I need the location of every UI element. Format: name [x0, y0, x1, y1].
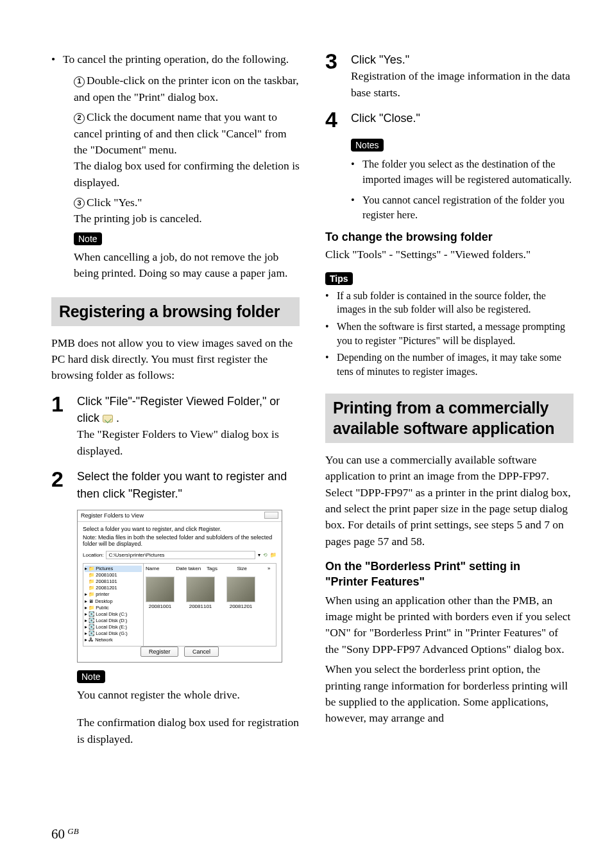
- register-folders-dialog: Register Folders to View Select a folder…: [77, 510, 282, 663]
- dropdown-icon[interactable]: ▾: [258, 552, 260, 558]
- page-footer: 60 GB: [51, 826, 79, 842]
- confirmation-text: The confirmation dialog box used for reg…: [77, 715, 300, 747]
- dialog-button-icon[interactable]: [264, 512, 278, 519]
- step3-body: Registration of the image information in…: [351, 68, 574, 101]
- step2-instruction: Select the folder you want to register a…: [77, 470, 287, 499]
- step-3: 3 Click "Yes." Registration of the image…: [325, 51, 574, 101]
- borderless-heading: On the "Borderless Print" setting in"Pri…: [325, 559, 574, 590]
- back-icon[interactable]: ⟲: [263, 552, 268, 558]
- register-button[interactable]: Register: [140, 647, 179, 657]
- notes-badge: Notes: [351, 139, 384, 152]
- circle-2-icon: 2: [74, 113, 85, 124]
- cancel-intro-text: To cancel the printing operation, do the…: [63, 51, 289, 67]
- note2-text: You cannot register the whole drive.: [77, 687, 300, 703]
- notes-block: Notes •The folder you select as the dest…: [351, 139, 574, 223]
- note-block-2: Note You cannot register the whole drive…: [77, 670, 300, 703]
- folder-tree[interactable]: ▸ 📁 Pictures 📁 20081001 📁 20081101 📁 200…: [83, 563, 144, 647]
- notes-item-1: The folder you select as the destination…: [362, 157, 574, 187]
- note-block-1: Note When cancelling a job, do not remov…: [74, 232, 300, 282]
- thumbnail-pane[interactable]: Name Date taken Tags Size » 20081001 200…: [144, 563, 276, 647]
- thumb-3[interactable]: 20081201: [226, 577, 255, 609]
- dialog-line1: Select a folder you want to register, an…: [83, 526, 276, 532]
- registering-intro: PMB does not allow you to view images sa…: [51, 335, 300, 384]
- thumb-2[interactable]: 20081101: [186, 577, 215, 609]
- borderless-p2: When you select the borderless print opt…: [325, 661, 574, 727]
- thumb-1[interactable]: 20081001: [146, 577, 174, 609]
- dialog-title: Register Folders to View: [81, 512, 144, 519]
- step-number-4: 4: [325, 110, 351, 130]
- cancel-button[interactable]: Cancel: [184, 647, 219, 657]
- change-folder-heading: To change the browsing folder: [325, 230, 574, 244]
- notes-item-2: You cannot cancel registration of the fo…: [362, 193, 574, 223]
- cancel-intro: • To cancel the printing operation, do t…: [51, 51, 300, 67]
- step1-instruction: Click "File"-"Register Viewed Folder," o…: [77, 395, 280, 424]
- step-4: 4 Click "Close.": [325, 110, 574, 130]
- borderless-p1: When using an application other than the…: [325, 593, 574, 658]
- tips-badge: Tips: [325, 272, 353, 285]
- page-number: 60: [51, 826, 65, 842]
- location-input[interactable]: C:\Users\printer\Pictures: [106, 551, 255, 559]
- region-code: GB: [67, 826, 78, 836]
- tip-1: If a sub folder is contained in the sour…: [337, 289, 574, 317]
- heading-commercial: Printing from a commerciallyavailable so…: [325, 394, 574, 443]
- tip-2: When the software is first started, a me…: [337, 320, 574, 347]
- location-label: Location:: [83, 552, 103, 558]
- up-icon[interactable]: 📁: [270, 552, 276, 558]
- step-number-1: 1: [51, 393, 77, 460]
- circle-1-icon: 1: [74, 76, 85, 87]
- folder-register-icon: [103, 415, 113, 422]
- step3-instruction: Click "Yes.": [351, 53, 409, 66]
- step-1: 1 Click "File"-"Register Viewed Folder,"…: [51, 393, 300, 460]
- dialog-line2: Note: Media files in both the selected f…: [83, 534, 276, 547]
- step-number-2: 2: [51, 468, 77, 502]
- tip-3: Depending on the number of images, it ma…: [337, 351, 574, 378]
- step4-instruction: Click "Close.": [351, 112, 420, 125]
- note-badge-2: Note: [77, 670, 105, 683]
- step-number-3: 3: [325, 51, 351, 101]
- note-badge: Note: [74, 232, 102, 245]
- commercial-body: You can use a commercially available sof…: [325, 452, 574, 550]
- circle-3-icon: 3: [74, 198, 85, 209]
- sub-step-1: 1Double-click on the printer icon on the…: [74, 73, 300, 105]
- step1-body: The "Register Folders to View" dialog bo…: [77, 426, 300, 459]
- heading-registering: Registering a browsing folder: [51, 297, 300, 326]
- change-folder-body: Click "Tools" - "Settings" - "Viewed fol…: [325, 247, 574, 263]
- note-text: When cancelling a job, do not remove the…: [74, 249, 300, 282]
- step-2: 2 Select the folder you want to register…: [51, 468, 300, 502]
- sub-step-2: 2Click the document name that you want t…: [74, 109, 300, 191]
- sub-step-3: 3Click "Yes." The printing job is cancel…: [74, 195, 300, 227]
